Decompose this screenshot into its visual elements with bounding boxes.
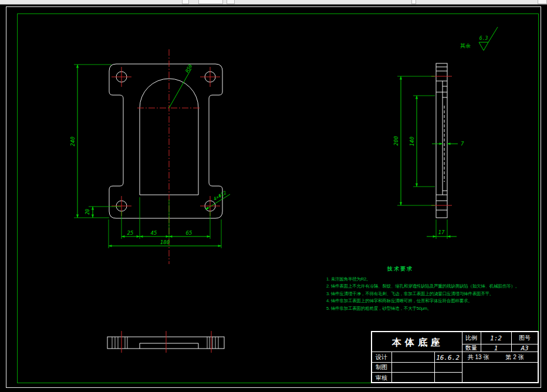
sheet-index: 第 2 张 (505, 354, 524, 360)
dim-chain-65: 65 (186, 230, 193, 236)
chrome-fragment (182, 0, 189, 4)
chrome-fragment (227, 0, 235, 4)
front-view: 240 20 25 45 65 180 R50 4×Φ12 (70, 49, 230, 264)
side-view: 200 140 7 17 (393, 63, 464, 239)
holes-callout-label: 4×Φ12 (212, 190, 227, 202)
scale-value: 1:2 (490, 334, 502, 342)
bottom-centerlines (121, 331, 211, 353)
dim-chain-45: 45 (151, 230, 157, 236)
draft-label: 制图 (376, 364, 387, 370)
note-line-2: 2. 铸件表面上不允许有冷隔、裂纹、缩孔和穿透性缺陷及严重的残缺类缺陷（如欠铸、… (326, 283, 532, 290)
dim-span-label: 200 (393, 136, 399, 146)
note-line-5: 5. 铸件非加工表面的粗糙度，砂型铸造，不大于50μm。 (326, 305, 532, 312)
roughness-value: 6.3 (480, 36, 488, 41)
frame-border (18, 14, 539, 383)
dim-height-label: 240 (70, 137, 76, 146)
qty-value: 1 (494, 344, 498, 352)
note-line-3: 3. 铸件应清理干净，不得有毛刺、飞边，非加工表面上的浇冒口应清理与铸件表面齐平… (326, 290, 532, 298)
qty-label: 数量 (465, 344, 477, 351)
date-value: 16.6.2 (436, 354, 460, 361)
sheets-total: 共 13 张 (468, 354, 489, 360)
plate-outline (109, 64, 222, 218)
notes-title: 技术要求 (387, 265, 532, 273)
note-line-1: 1. 未注圆角半径为R2。 (326, 276, 532, 283)
bottom-view (107, 331, 224, 353)
technical-notes: 技术要求 1. 未注圆角半径为R2。 2. 铸件表面上不允许有冷隔、裂纹、缩孔和… (326, 265, 532, 312)
dim-base-label: 20 (85, 209, 90, 215)
note-line-4: 4. 铸件非加工表面上的铸字和商标应清晰可辨，位置和字体应符合图样要求。 (326, 298, 532, 305)
dim-web-label: 7 (461, 141, 464, 147)
side-detail-lines (436, 67, 447, 210)
roughness-prefix: 其余 (460, 43, 471, 49)
mounting-holes (116, 72, 215, 211)
surface-roughness: 6.3 其余 (460, 27, 498, 50)
drawing-no-label: 图号 (519, 334, 531, 341)
front-dimensions (74, 65, 230, 248)
title-block: 本体底座 比例 1:2 图号 数量 1 A3 设计 16.6.2 共 13 张 … (372, 332, 538, 383)
side-dimensions (397, 76, 458, 239)
cad-canvas: 240 20 25 45 65 180 R50 4×Φ12 (0, 5, 547, 392)
side-dimension-labels: 200 140 7 17 (393, 136, 464, 235)
audit-label: 审核 (376, 374, 387, 381)
chrome-fragment (538, 0, 547, 4)
window-chrome-strip (0, 0, 547, 5)
chrome-fragment (411, 0, 416, 4)
design-label: 设计 (375, 354, 387, 360)
sheet-borders (6, 7, 541, 388)
sheet-size: A3 (520, 344, 528, 352)
part-name: 本体底座 (391, 337, 444, 347)
scale-label: 比例 (465, 334, 477, 341)
dim-chain-25: 25 (127, 230, 134, 236)
dim-notch-label: 140 (409, 137, 415, 146)
paper-border (6, 7, 541, 388)
dim-total-label: 180 (160, 239, 170, 245)
dim-thickness-label: 17 (438, 229, 445, 235)
bottom-hidden-lines (112, 337, 218, 349)
cad-drawing-screen: 240 20 25 45 65 180 R50 4×Φ12 (0, 0, 547, 392)
arc-radius-label: R50 (184, 63, 193, 73)
chrome-fragment (198, 0, 223, 4)
bottom-slot-step (140, 343, 198, 349)
